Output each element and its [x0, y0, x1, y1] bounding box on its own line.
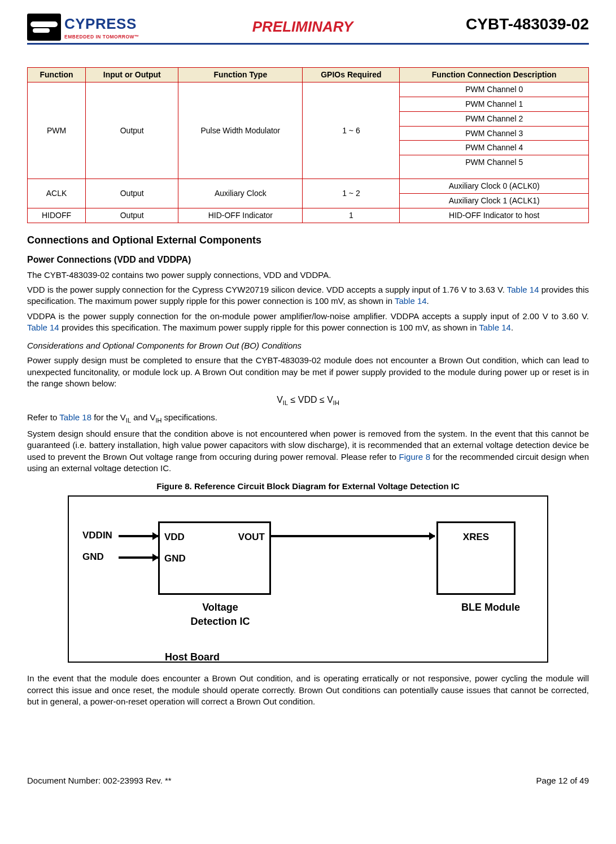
subscript: IH [155, 417, 161, 424]
page-header: CYPRESS EMBEDDED IN TOMORROW™ PRELIMINAR… [27, 14, 589, 45]
cell-conn: PWM Channel 4 [400, 141, 589, 155]
block-diagram: VDDIN GND VDD GND VOUT XRES Voltage Dete… [85, 510, 531, 657]
text: . [427, 296, 429, 306]
table14-link[interactable]: Table 14 [479, 323, 511, 332]
cell-ftype: Pulse Width Modulator [178, 82, 303, 179]
cell-conn: PWM Channel 2 [400, 111, 589, 126]
logo-name: CYPRESS [64, 14, 139, 34]
figure8-link[interactable]: Figure 8 [399, 452, 430, 462]
formula: VIL ≤ VDD ≤ VIH [27, 394, 589, 407]
cell-gpios: 1 ~ 2 [303, 179, 400, 208]
paragraph: In the event that the module does encoun… [27, 673, 589, 707]
text: for the V [91, 412, 126, 422]
doc-number: Document Number: 002-23993 Rev. ** [27, 775, 172, 786]
th-gpios: GPIOs Required [303, 68, 400, 82]
voltage-detection-ic-box: VDD GND VOUT [158, 521, 271, 595]
cell-function: HIDOFF [28, 208, 86, 223]
paragraph: Power supply design must be completed to… [27, 355, 589, 389]
section-heading: Connections and Optional External Compon… [27, 233, 589, 247]
paragraph: VDD is the power supply connection for t… [27, 284, 589, 307]
table14-link[interactable]: Table 14 [27, 323, 59, 332]
paragraph: Refer to Table 18 for the VIL and VIH sp… [27, 412, 589, 425]
cell-conn: PWM Channel 5 [400, 155, 589, 179]
cell-gpios: 1 [303, 208, 400, 223]
subsection-heading: Power Connections (VDD and VDDPA) [27, 254, 589, 266]
paragraph: The CYBT-483039-02 contains two power su… [27, 269, 589, 281]
italic-heading: Considerations and Optional Components f… [27, 340, 589, 351]
preliminary-label: PRELIMINARY [252, 17, 353, 37]
label-gnd: GND [164, 552, 186, 565]
caption-detection-ic: Voltage Detection IC [181, 601, 260, 628]
cell-conn: HID-OFF Indicator to host [400, 208, 589, 223]
cell-conn: PWM Channel 1 [400, 97, 589, 111]
figure-title: Figure 8. Reference Circuit Block Diagra… [27, 481, 589, 492]
text: specifications. [161, 412, 217, 422]
label-vdd: VDD [164, 531, 185, 544]
text: ≤ VDD ≤ V [288, 395, 333, 404]
cell-io: Output [86, 82, 178, 179]
cell-conn: Auxiliary Clock 0 (ACLK0) [400, 179, 589, 194]
th-conn: Function Connection Description [400, 68, 589, 82]
th-ftype: Function Type [178, 68, 303, 82]
cell-io: Output [86, 179, 178, 208]
th-function: Function [28, 68, 86, 82]
th-io: Input or Output [86, 68, 178, 82]
cell-conn: Auxiliary Clock 1 (ACLK1) [400, 194, 589, 208]
paragraph: VDDPA is the power supply connection for… [27, 311, 589, 334]
cell-io: Output [86, 208, 178, 223]
label-gnd: GND [82, 551, 104, 564]
subscript: IL [126, 417, 131, 424]
text: . [511, 323, 513, 332]
label-vout: VOUT [238, 531, 265, 544]
ble-module-box: XRES [436, 521, 515, 595]
function-table: Function Input or Output Function Type G… [27, 67, 589, 223]
table18-link[interactable]: Table 18 [59, 412, 91, 422]
table-header-row: Function Input or Output Function Type G… [28, 68, 589, 82]
text: VDDPA is the power supply connection for… [27, 311, 589, 321]
arrow-icon [119, 535, 158, 537]
cell-ftype: HID-OFF Indicator [178, 208, 303, 223]
cell-function: ACLK [28, 179, 86, 208]
cell-conn: PWM Channel 3 [400, 126, 589, 141]
label-xres: XRES [463, 531, 489, 544]
text: and V [131, 412, 155, 422]
subscript: IL [283, 399, 288, 406]
table-row: PWM Output Pulse Width Modulator 1 ~ 6 P… [28, 82, 589, 97]
caption-host-board: Host Board [165, 650, 220, 664]
text: provides this specification. The maximum… [59, 323, 479, 332]
logo-mark-icon [27, 14, 61, 41]
paragraph: System design should ensure that the con… [27, 428, 589, 474]
cell-ftype: Auxiliary Clock [178, 179, 303, 208]
part-number: CYBT-483039-02 [466, 14, 589, 35]
figure-frame: VDDIN GND VDD GND VOUT XRES Voltage Dete… [68, 495, 548, 663]
caption-ble-module: BLE Module [461, 601, 520, 614]
text: V [277, 395, 283, 404]
page-footer: Document Number: 002-23993 Rev. ** Page … [27, 775, 589, 786]
label-vddin: VDDIN [82, 529, 112, 542]
text: Refer to [27, 412, 59, 422]
cell-conn: PWM Channel 0 [400, 82, 589, 97]
table14-link[interactable]: Table 14 [507, 285, 539, 294]
table-row: HIDOFF Output HID-OFF Indicator 1 HID-OF… [28, 208, 589, 223]
table-row: ACLK Output Auxiliary Clock 1 ~ 2 Auxili… [28, 179, 589, 194]
text: VDD is the power supply connection for t… [27, 285, 507, 294]
table14-link[interactable]: Table 14 [395, 296, 427, 306]
subscript: IH [333, 399, 339, 406]
logo: CYPRESS EMBEDDED IN TOMORROW™ [27, 14, 139, 41]
cell-gpios: 1 ~ 6 [303, 82, 400, 179]
logo-tagline: EMBEDDED IN TOMORROW™ [64, 34, 139, 40]
arrow-icon [271, 535, 435, 537]
cell-function: PWM [28, 82, 86, 179]
arrow-icon [119, 556, 158, 559]
page-number: Page 12 of 49 [536, 775, 589, 786]
